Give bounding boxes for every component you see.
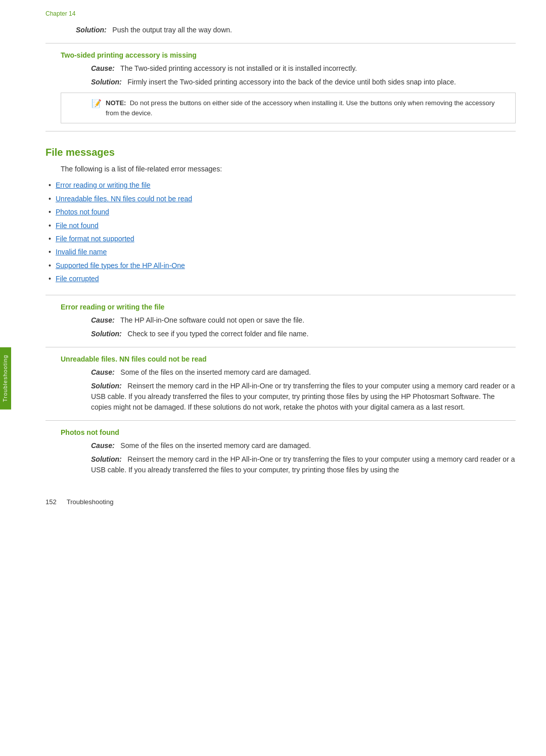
unreadable-files-solution-text: Reinsert the memory card in the HP All-i… [91,382,515,411]
two-sided-heading: Two-sided printing accessory is missing [61,51,516,59]
link-file-corrupted[interactable]: File corrupted [56,275,99,283]
list-item[interactable]: Photos not found [56,206,516,217]
unreadable-files-solution: Solution: Reinsert the memory card in th… [61,381,516,413]
note-label: NOTE: [106,99,126,107]
link-file-not-found[interactable]: File not found [56,221,99,230]
unreadable-files-cause-text: Some of the files on the inserted memory… [120,368,311,376]
unreadable-files-section: Unreadable files. NN files could not be … [46,355,516,413]
photos-not-found-solution-label: Solution: [91,455,122,463]
divider-3 [46,295,516,295]
two-sided-cause-text: The Two-sided printing accessory is not … [120,64,357,72]
page-footer: 152 Troubleshooting [46,496,516,506]
sidebar-label: Troubleshooting [2,354,8,402]
page-number: 152 [46,498,57,506]
unreadable-files-cause-label: Cause: [91,368,115,376]
photos-not-found-cause: Cause: Some of the files on the inserted… [61,440,516,451]
intro-solution: Solution: Push the output tray all the w… [46,25,516,35]
error-reading-cause-label: Cause: [91,316,115,324]
link-unreadable-files[interactable]: Unreadable files. NN files could not be … [56,195,192,203]
divider-1 [46,43,516,43]
photos-not-found-cause-text: Some of the files on the inserted memory… [120,441,311,450]
two-sided-solution-label: Solution: [91,78,122,86]
unreadable-files-solution-label: Solution: [91,382,122,390]
file-messages-heading: File messages [46,147,516,158]
two-sided-section: Two-sided printing accessory is missing … [46,51,516,123]
two-sided-cause-label: Cause: [91,64,115,72]
list-item[interactable]: File not found [56,220,516,231]
photos-not-found-solution-text: Reinsert the memory card in the HP All-i… [91,455,515,474]
list-item[interactable]: Invalid file name [56,246,516,257]
footer-label: Troubleshooting [67,498,114,506]
error-reading-cause: Cause: The HP All-in-One software could … [61,315,516,326]
photos-not-found-heading: Photos not found [61,428,516,436]
photos-not-found-solution: Solution: Reinsert the memory card in th… [61,454,516,475]
unreadable-files-heading: Unreadable files. NN files could not be … [61,355,516,363]
list-item[interactable]: Error reading or writing the file [56,180,516,191]
link-error-reading[interactable]: Error reading or writing the file [56,181,151,189]
file-messages-list: Error reading or writing the file Unread… [46,180,516,284]
link-invalid-file-name[interactable]: Invalid file name [56,248,107,256]
intro-solution-label: Solution: [76,26,107,34]
divider-4 [46,347,516,347]
list-item[interactable]: Supported file types for the HP All-in-O… [56,260,516,271]
error-reading-heading: Error reading or writing the file [61,303,516,311]
file-messages-intro: The following is a list of file-related … [46,163,516,174]
divider-2 [46,131,516,131]
note-text: Do not press the buttons on either side … [106,99,495,117]
link-file-format[interactable]: File format not supported [56,235,134,243]
list-item[interactable]: File corrupted [56,273,516,284]
sidebar-tab: Troubleshooting [0,347,11,409]
two-sided-solution: Solution: Firmly insert the Two-sided pr… [61,77,516,87]
two-sided-note: 📝 NOTE: Do not press the buttons on eith… [61,93,516,123]
error-reading-solution: Solution: Check to see if you typed the … [61,329,516,339]
photos-not-found-section: Photos not found Cause: Some of the file… [46,428,516,475]
two-sided-cause: Cause: The Two-sided printing accessory … [61,63,516,74]
link-supported-file-types[interactable]: Supported file types for the HP All-in-O… [56,261,185,270]
two-sided-solution-text: Firmly insert the Two-sided printing acc… [127,78,456,86]
link-photos-not-found[interactable]: Photos not found [56,208,109,216]
list-item[interactable]: File format not supported [56,233,516,244]
intro-solution-text: Push the output tray all the way down. [112,26,232,34]
photos-not-found-cause-label: Cause: [91,441,115,450]
note-icon: 📝 [92,99,102,108]
error-reading-solution-label: Solution: [91,330,122,338]
error-reading-section: Error reading or writing the file Cause:… [46,303,516,339]
divider-5 [46,420,516,421]
error-reading-solution-text: Check to see if you typed the correct fo… [127,330,308,338]
unreadable-files-cause: Cause: Some of the files on the inserted… [61,367,516,378]
error-reading-cause-text: The HP All-in-One software could not ope… [120,316,304,324]
chapter-label: Chapter 14 [46,10,516,17]
list-item[interactable]: Unreadable files. NN files could not be … [56,193,516,204]
